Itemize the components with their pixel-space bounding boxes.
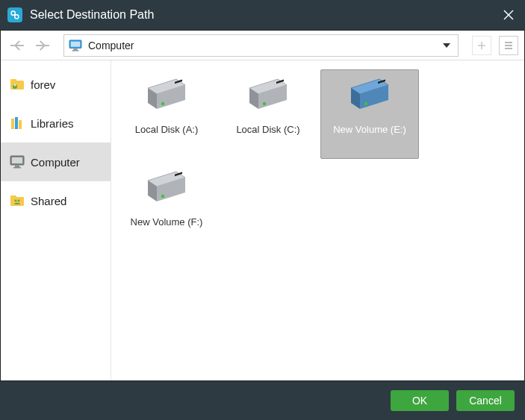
title-bar: Select Destination Path (0, 0, 525, 30)
cancel-button[interactable]: Cancel (456, 390, 515, 411)
svg-rect-5 (71, 41, 80, 46)
view-list-button[interactable] (499, 36, 518, 55)
svg-rect-7 (72, 50, 79, 51)
svg-point-26 (15, 200, 17, 202)
svg-rect-21 (12, 157, 22, 163)
svg-rect-19 (19, 120, 22, 129)
svg-point-16 (14, 84, 16, 87)
svg-rect-18 (15, 117, 18, 129)
svg-rect-17 (11, 119, 14, 129)
svg-point-31 (161, 102, 164, 105)
computer-icon (10, 154, 25, 169)
path-dropdown-icon[interactable] (440, 43, 453, 48)
user-folder-icon (10, 77, 25, 92)
close-button[interactable] (500, 6, 518, 24)
svg-rect-22 (15, 166, 19, 167)
drive-grid: Local Disk (A:) Local Disk (C:) New Volu… (111, 60, 524, 380)
sidebar: forev Libraries Computer (1, 60, 111, 380)
sidebar-item-label: forev (31, 78, 55, 91)
drive-label: Local Disk (A:) (135, 124, 199, 135)
computer-icon (69, 40, 82, 51)
dialog-window: Select Destination Path Computer (0, 0, 525, 420)
app-icon (7, 7, 22, 22)
sidebar-item-label: Computer (31, 156, 80, 169)
svg-rect-14 (10, 79, 16, 82)
new-folder-button[interactable] (472, 36, 491, 55)
drive-item[interactable]: Local Disk (C:) (219, 69, 317, 159)
ok-button[interactable]: OK (391, 390, 449, 411)
back-button[interactable] (7, 35, 28, 56)
svg-point-27 (18, 200, 20, 202)
drive-icon (243, 76, 293, 115)
sidebar-item-computer[interactable]: Computer (1, 142, 111, 181)
shared-folder-icon (10, 193, 25, 208)
path-bar[interactable]: Computer (63, 34, 459, 57)
drive-item[interactable]: New Volume (F:) (117, 162, 216, 251)
svg-point-41 (364, 102, 367, 105)
footer: OK Cancel (0, 381, 525, 420)
drive-icon (142, 76, 191, 115)
forward-button[interactable] (32, 35, 53, 56)
sidebar-item-shared[interactable]: Shared (1, 181, 111, 220)
svg-rect-25 (10, 195, 16, 198)
sidebar-item-label: Libraries (31, 117, 74, 130)
toolbar: Computer (1, 31, 524, 60)
drive-label: New Volume (E:) (333, 124, 406, 135)
sidebar-item-libraries[interactable]: Libraries (1, 104, 111, 142)
middle-pane: forev Libraries Computer (1, 60, 524, 380)
svg-point-46 (161, 195, 164, 198)
sidebar-item-label: Shared (31, 195, 66, 207)
dialog-title: Select Destination Path (30, 8, 500, 22)
drive-label: New Volume (F:) (131, 216, 203, 228)
dialog-body: Computer forev (0, 30, 525, 381)
svg-point-36 (263, 102, 266, 105)
drive-item[interactable]: Local Disk (A:) (117, 69, 216, 159)
libraries-icon (10, 116, 25, 131)
sidebar-item-user[interactable]: forev (1, 65, 111, 104)
svg-rect-23 (13, 167, 21, 169)
drive-icon (142, 169, 191, 207)
svg-rect-6 (73, 48, 77, 50)
path-text: Computer (88, 40, 440, 51)
drive-label: Local Disk (C:) (236, 124, 299, 135)
drive-item[interactable]: New Volume (E:) (320, 69, 419, 159)
drive-icon (345, 76, 394, 115)
